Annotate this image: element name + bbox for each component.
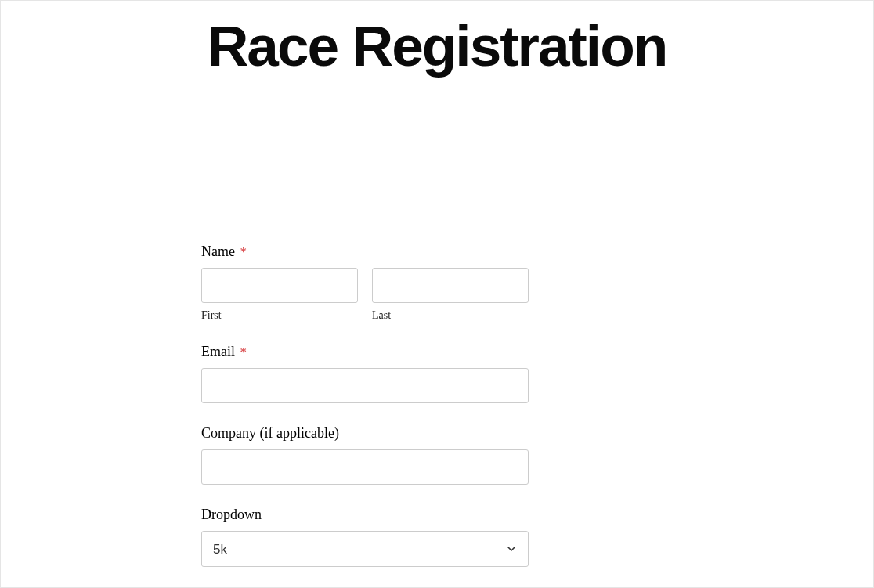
required-mark: * (240, 244, 247, 259)
name-field: Name * First Last (201, 243, 529, 322)
first-name-col: First (201, 268, 358, 322)
required-mark: * (240, 345, 247, 359)
name-label-text: Name (201, 243, 235, 259)
company-field: Company (if applicable) (201, 425, 529, 485)
dropdown-field: Dropdown 5k (201, 507, 529, 567)
email-input[interactable] (201, 368, 529, 403)
name-label: Name * (201, 243, 529, 260)
dropdown-select[interactable]: 5k (201, 531, 529, 567)
last-name-input[interactable] (372, 268, 529, 303)
name-row: First Last (201, 268, 529, 322)
dropdown-wrap: 5k (201, 531, 529, 567)
dropdown-label: Dropdown (201, 507, 529, 523)
first-name-input[interactable] (201, 268, 358, 303)
email-label: Email * (201, 344, 529, 360)
email-label-text: Email (201, 344, 235, 359)
first-sub-label: First (201, 309, 358, 322)
email-field: Email * (201, 344, 529, 403)
last-name-col: Last (372, 268, 529, 322)
company-input[interactable] (201, 449, 529, 485)
company-label: Company (if applicable) (201, 425, 529, 442)
last-sub-label: Last (372, 309, 529, 322)
registration-form: Name * First Last Email * Company (if ap… (201, 243, 529, 588)
page-title: Race Registration (1, 15, 873, 78)
